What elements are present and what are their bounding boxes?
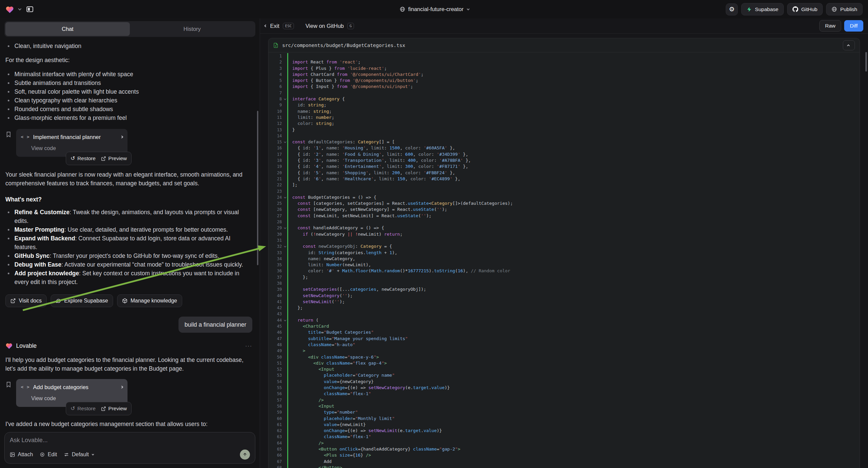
chat-scrollbar[interactable] xyxy=(257,111,258,265)
code-scrollbar[interactable] xyxy=(865,52,867,71)
code-line: 61 value={newLimit} xyxy=(269,422,860,428)
tab-history[interactable]: History xyxy=(130,22,254,36)
version-card-actions: ↺Restore Preview xyxy=(66,152,131,165)
attach-button[interactable]: Attach xyxy=(10,451,33,458)
code-text: onChange={(e) => setNewLimit(e.target.va… xyxy=(287,428,860,434)
line-number: 15 xyxy=(269,139,282,145)
line-number: 56 xyxy=(269,391,282,397)
fold-gutter xyxy=(282,53,287,59)
code-text xyxy=(287,219,860,225)
code-line: 27 const [newLimit, setNewLimit] = React… xyxy=(269,213,860,219)
code-line: 17 { id: '2', name: 'Food & Dining', lim… xyxy=(269,151,860,157)
line-number: 68 xyxy=(269,465,282,468)
code-text: /> xyxy=(287,440,860,446)
line-number: 31 xyxy=(269,237,282,243)
code-line: 60 placeholder="Monthly limit" xyxy=(269,416,860,422)
fold-gutter xyxy=(282,305,287,311)
code-line: 39 setCategories([...categories, newCate… xyxy=(269,286,860,292)
fold-gutter xyxy=(282,323,287,329)
visit-docs-button[interactable]: Visit docs xyxy=(5,294,46,307)
chat-message-list[interactable]: Clean, intuitive navigation For the desi… xyxy=(0,37,260,429)
code-text: <Button onClick={handleAddCategory} clas… xyxy=(287,446,860,452)
code-text: import { Button } from '@/components/ui/… xyxy=(287,78,860,84)
code-line: 43 xyxy=(269,311,860,317)
bookmark-icon[interactable] xyxy=(5,381,12,388)
line-number: 19 xyxy=(269,164,282,170)
code-editor[interactable]: 1 2import React from 'react';3import { P… xyxy=(269,52,860,468)
file-path-bar[interactable]: src/components/budget/BudgetCategories.t… xyxy=(269,38,860,52)
external-link-icon xyxy=(101,156,106,161)
diff-button[interactable]: Diff xyxy=(844,20,863,32)
line-number: 12 xyxy=(269,120,282,126)
top-bar: financial-future-creator ⚙ Supabase GitH… xyxy=(0,0,868,19)
fold-gutter xyxy=(282,379,287,385)
code-line: 67 Add xyxy=(269,459,860,465)
version-card-add-budget-categories[interactable]: < > Add budget categories View code ↺Res… xyxy=(16,379,127,407)
sidebar-toggle-button[interactable] xyxy=(24,3,36,16)
settings-button[interactable]: ⚙ xyxy=(726,3,738,16)
chat-input[interactable] xyxy=(10,437,250,444)
user-message: build a financial planner xyxy=(179,317,252,333)
lovable-logo-heart-icon[interactable] xyxy=(5,5,14,13)
fold-gutter xyxy=(282,397,287,403)
fold-gutter xyxy=(282,280,287,286)
code-text xyxy=(287,188,860,195)
code-text xyxy=(287,311,860,317)
collapse-file-button[interactable] xyxy=(843,40,855,50)
code-line: 44 return ( xyxy=(269,317,860,323)
exit-button[interactable]: Exit ESC xyxy=(265,23,294,29)
user-message-row: build a financial planner xyxy=(5,317,252,333)
fold-gutter xyxy=(282,127,287,133)
fold-toggle-icon[interactable] xyxy=(282,225,287,231)
preview-button[interactable]: Preview xyxy=(101,404,127,413)
line-number: 11 xyxy=(269,115,282,120)
line-number: 27 xyxy=(269,213,282,219)
list-item: Clean, intuitive navigation xyxy=(5,41,252,50)
line-number: 40 xyxy=(269,293,282,299)
explore-supabase-button[interactable]: Explore Supabase xyxy=(51,294,113,307)
line-number: 14 xyxy=(269,133,282,139)
code-line: 6import { Input } from '@/components/ui/… xyxy=(269,84,860,90)
fold-toggle-icon[interactable] xyxy=(282,139,287,145)
composer-actions: Attach Edit Default xyxy=(10,449,250,460)
code-text: { id: '5', name: 'Shopping', limit: 200,… xyxy=(287,170,860,176)
mode-select[interactable]: Default xyxy=(64,451,93,458)
whats-next-item: Add project knowledge: Set key context o… xyxy=(5,269,252,286)
code-line: 62 onChange={(e) => setNewLimit(e.target… xyxy=(269,428,860,434)
fold-gutter xyxy=(282,360,287,366)
edit-button[interactable]: Edit xyxy=(39,451,57,458)
more-options-icon[interactable]: ··· xyxy=(245,342,252,350)
code-text: name: newCategory, xyxy=(287,256,860,262)
restore-button[interactable]: ↺Restore xyxy=(70,404,96,413)
fold-toggle-icon[interactable] xyxy=(282,195,287,200)
publish-button[interactable]: Publish xyxy=(826,3,863,16)
view-on-github-button[interactable]: View on GitHub G xyxy=(305,23,354,29)
code-text: <div className="space-y-6"> xyxy=(287,354,860,360)
github-button[interactable]: GitHub xyxy=(787,3,823,16)
send-button[interactable] xyxy=(240,449,250,460)
code-text: { id: '3', name: 'Transportation', limit… xyxy=(287,157,860,164)
fold-toggle-icon[interactable] xyxy=(282,317,287,323)
restore-button[interactable]: ↺Restore xyxy=(70,154,96,163)
code-line: 57 /> xyxy=(269,397,860,403)
line-number: 13 xyxy=(269,127,282,133)
preview-button[interactable]: Preview xyxy=(101,154,127,163)
version-card-implement-financial-planner[interactable]: < > Implement financial planner View cod… xyxy=(16,129,127,157)
logo-menu-chevron-icon[interactable] xyxy=(18,7,22,10)
bookmark-icon[interactable] xyxy=(5,131,12,138)
code-text: { id: '4', name: 'Entertainment', limit:… xyxy=(287,164,860,170)
code-line: 52 <Input xyxy=(269,366,860,372)
code-line: 12 color: string; xyxy=(269,120,860,126)
code-text: const [categories, setCategories] = Reac… xyxy=(287,200,860,206)
fold-toggle-icon[interactable] xyxy=(282,96,287,102)
raw-button[interactable]: Raw xyxy=(819,20,841,32)
sidebar-panel-icon xyxy=(27,6,33,12)
code-text: import ChartCard from '@/components/ui/C… xyxy=(287,71,860,78)
manage-knowledge-button[interactable]: Manage knowledge xyxy=(117,294,182,307)
supabase-button[interactable]: Supabase xyxy=(741,3,784,16)
project-switcher[interactable]: financial-future-creator xyxy=(399,6,468,12)
tab-chat[interactable]: Chat xyxy=(5,22,130,36)
line-number: 62 xyxy=(269,428,282,434)
fold-toggle-icon[interactable] xyxy=(282,243,287,250)
code-text: ]; xyxy=(287,182,860,188)
